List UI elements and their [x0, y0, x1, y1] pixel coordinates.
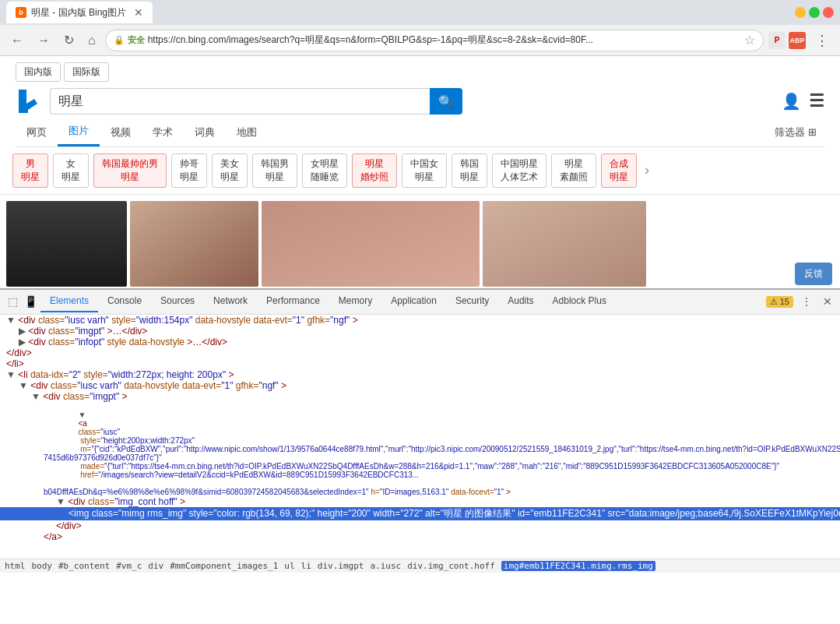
nav-academic[interactable]: 学术: [142, 119, 184, 146]
devtools-inspect-btn[interactable]: ⬚: [5, 294, 21, 309]
extension-icon-2[interactable]: ABP: [789, 32, 806, 49]
breadcrumb-li[interactable]: li: [301, 561, 311, 571]
category-composite[interactable]: 合成明星: [601, 153, 637, 188]
close-button[interactable]: [823, 7, 834, 18]
dom-line: b04DfffAEsDh&q=%e6%98%8e%e6%98%9f&simid=…: [0, 488, 840, 496]
tab-audits[interactable]: Audits: [498, 291, 543, 312]
dom-panel-wrap: ▼ <div class="iusc varh" style="width:15…: [0, 315, 840, 559]
nav-images[interactable]: 图片: [58, 118, 100, 146]
bing-logo: [16, 88, 42, 115]
tab-title: 明星 - 国内版 Bing图片: [31, 6, 126, 19]
dom-line: ▶ <div class="infopt" style data-hovstyl…: [0, 337, 840, 347]
tab-network[interactable]: Network: [204, 291, 257, 312]
tab-international[interactable]: 国际版: [64, 62, 109, 82]
bookmark-button[interactable]: ☆: [744, 33, 755, 48]
tab-close-button[interactable]: ✕: [134, 6, 143, 19]
breadcrumb-div[interactable]: div: [148, 561, 163, 571]
breadcrumb-a-iusc[interactable]: a.iusc: [370, 561, 401, 571]
category-chinese-art[interactable]: 中国明星人体艺术: [492, 153, 547, 188]
category-chinese-women[interactable]: 中国女明星: [402, 153, 447, 188]
search-input[interactable]: [50, 88, 430, 115]
maximize-button[interactable]: [809, 7, 820, 18]
category-korean[interactable]: 韩国明星: [452, 153, 487, 188]
devtools-mobile-btn[interactable]: 📱: [21, 294, 40, 309]
dom-line: ▶ <div class="imgpt" >…</div>: [0, 326, 840, 337]
dom-line: ▼ <div class="imgpt" >: [0, 391, 840, 402]
minimize-button[interactable]: [795, 7, 806, 18]
image-item-1[interactable]: [6, 201, 127, 287]
breadcrumb-html[interactable]: html: [5, 561, 26, 571]
dom-line: ▼ <div class="iusc varh" data-hovstyle d…: [0, 380, 840, 391]
category-women-stars[interactable]: 女明星: [53, 153, 89, 188]
tab-adblock[interactable]: Adblock Plus: [543, 291, 616, 312]
tab-memory[interactable]: Memory: [329, 291, 381, 312]
nav-dictionary[interactable]: 词典: [184, 119, 226, 146]
back-button[interactable]: ←: [6, 30, 28, 51]
tab-security[interactable]: Security: [446, 291, 498, 312]
dom-panel[interactable]: ▼ <div class="iusc varh" style="width:15…: [0, 315, 840, 541]
user-icon[interactable]: 👤: [782, 92, 801, 111]
warning-icon: ⚠: [770, 297, 778, 307]
category-more-button[interactable]: ›: [645, 162, 649, 178]
breadcrumb-body[interactable]: body: [32, 561, 53, 571]
devtools-main: ▼ <div class="iusc varh" style="width:15…: [0, 315, 840, 559]
breadcrumb-div-imgpt[interactable]: div.imgpt: [318, 561, 364, 571]
breadcrumb-vm-c[interactable]: #vm_c: [116, 561, 142, 571]
category-row: 男明星 女明星 韩国最帅的男明星 帅哥明星 美女明星 韩国男明星 女明星随睡览 …: [0, 147, 840, 195]
tab-domestic[interactable]: 国内版: [16, 62, 61, 82]
devtools-toolbar: ⬚ 📱 Elements Console Sources Network Per…: [0, 290, 840, 315]
warning-badge: ⚠ 15: [766, 296, 793, 308]
secure-icon: 🔒: [114, 35, 125, 45]
url-text: https://cn.bing.com/images/search?q=明星&q…: [148, 33, 744, 47]
category-men-stars[interactable]: 男明星: [12, 153, 48, 188]
nav-map[interactable]: 地图: [226, 119, 268, 146]
category-natural[interactable]: 明星素颜照: [551, 153, 596, 188]
category-handsome[interactable]: 帅哥明星: [171, 153, 207, 188]
tab-sources[interactable]: Sources: [151, 291, 204, 312]
extension-icon-1[interactable]: P: [768, 32, 786, 49]
devtools-close-btn[interactable]: ✕: [820, 294, 835, 309]
category-korean-handsome[interactable]: 韩国最帅的男明星: [93, 153, 167, 188]
search-row: 🔍 👤 ☰: [16, 88, 824, 115]
home-button[interactable]: ⌂: [83, 30, 100, 51]
category-wedding[interactable]: 明星婚纱照: [352, 153, 397, 188]
breadcrumb-ul[interactable]: ul: [284, 561, 294, 571]
browser-tab[interactable]: b 明星 - 国内版 Bing图片 ✕: [6, 2, 153, 23]
url-box[interactable]: 🔒 安全 https://cn.bing.com/images/search?q…: [105, 30, 764, 51]
image-item-3[interactable]: [262, 201, 480, 287]
image-item-4[interactable]: [483, 201, 646, 287]
warning-count: 15: [780, 297, 789, 306]
filter-button[interactable]: 筛选器 ⊞: [767, 119, 824, 146]
tab-performance[interactable]: Performance: [257, 291, 329, 312]
nav-video[interactable]: 视频: [100, 119, 142, 146]
category-beauty[interactable]: 美女明星: [212, 153, 248, 188]
breadcrumb-b-content[interactable]: #b_content: [58, 561, 110, 571]
devtools-more-btn[interactable]: ⋮: [798, 294, 815, 309]
menu-button[interactable]: ⋮: [810, 30, 834, 51]
search-box-wrap: 🔍: [50, 88, 462, 115]
dom-line: </a>: [0, 531, 840, 541]
tab-elements[interactable]: Elements: [40, 291, 98, 312]
dom-line: ▼ <a class="iusc" style="height:200px;wi…: [0, 402, 840, 488]
nav-webpage[interactable]: 网页: [16, 119, 58, 146]
search-button[interactable]: 🔍: [430, 88, 462, 115]
feedback-button[interactable]: 反馈: [795, 263, 832, 285]
forward-button[interactable]: →: [33, 30, 54, 51]
breadcrumb-div-imgcont[interactable]: div.img_cont.hoff: [407, 561, 495, 571]
breadcrumb-img-selected[interactable]: img#emb11FE2C341.mimg.rms_img: [501, 561, 655, 571]
tab-console[interactable]: Console: [98, 291, 151, 312]
browser-window: b 明星 - 国内版 Bing图片 ✕ ← → ↻ ⌂ 🔒 安全 https:/…: [0, 0, 840, 624]
tab-application[interactable]: Application: [381, 291, 446, 312]
refresh-button[interactable]: ↻: [59, 30, 79, 51]
dom-line-selected: <img class="mimg rms_img" style="color: …: [0, 507, 840, 520]
image-grid: 反馈: [0, 195, 840, 288]
category-korean-men[interactable]: 韩国男明星: [252, 153, 297, 188]
breadcrumb-mm-component[interactable]: #mmComponent_images_1: [170, 561, 278, 571]
dom-line: </div>: [0, 347, 840, 358]
image-item-2[interactable]: [130, 201, 258, 287]
filter-label: 筛选器: [775, 125, 805, 139]
devtools-panel: ⬚ 📱 Elements Console Sources Network Per…: [0, 288, 840, 573]
hamburger-icon[interactable]: ☰: [809, 91, 824, 111]
category-women-browse[interactable]: 女明星随睡览: [302, 153, 347, 188]
dom-breadcrumb: html body #b_content #vm_c div #mmCompon…: [0, 559, 840, 573]
